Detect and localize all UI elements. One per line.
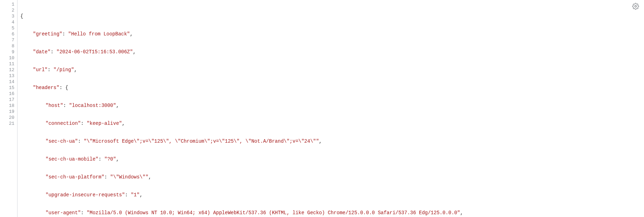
line-number: 15	[0, 85, 17, 91]
gear-icon[interactable]	[632, 3, 639, 10]
code-line: "connection": "keep-alive",	[20, 121, 644, 127]
svg-point-0	[635, 6, 637, 7]
code-line: "sec-ch-ua-mobile": "?0",	[20, 156, 644, 162]
line-number: 20	[0, 115, 17, 121]
code-line: "sec-ch-ua-platform": "\"Windows\"",	[20, 174, 644, 180]
line-number: 14	[0, 79, 17, 85]
line-number: 9	[0, 49, 17, 55]
line-number: 12	[0, 67, 17, 73]
line-number: 17	[0, 97, 17, 103]
line-number: 18	[0, 103, 17, 109]
line-number: 16	[0, 91, 17, 97]
line-number-gutter: 1 2 3 4 5 6 7 8 9 10 11 12 13 14 15 16 1…	[0, 0, 18, 217]
code-line: "greeting": "Hello from LoopBack",	[20, 31, 644, 37]
line-number: 1	[0, 1, 17, 7]
code-view[interactable]: { "greeting": "Hello from LoopBack", "da…	[20, 1, 644, 217]
line-number: 19	[0, 109, 17, 115]
line-number: 10	[0, 55, 17, 61]
code-line: "user-agent": "Mozilla/5.0 (Windows NT 1…	[20, 210, 644, 216]
line-number: 6	[0, 31, 17, 37]
line-number: 11	[0, 61, 17, 67]
line-number: 8	[0, 43, 17, 49]
code-line: {	[20, 13, 644, 19]
code-line: "headers": {	[20, 85, 644, 91]
code-line: "host": "localhost:3000",	[20, 103, 644, 109]
line-number: 3	[0, 13, 17, 19]
line-number: 21	[0, 121, 17, 127]
code-line: "url": "/ping",	[20, 67, 644, 73]
code-line: "sec-ch-ua": "\"Microsoft Edge\";v=\"125…	[20, 138, 644, 144]
line-number: 13	[0, 73, 17, 79]
code-line: "upgrade-insecure-requests": "1",	[20, 192, 644, 198]
line-number: 2	[0, 7, 17, 13]
line-number: 7	[0, 37, 17, 43]
line-number: 4	[0, 19, 17, 25]
line-number: 5	[0, 25, 17, 31]
code-line: "date": "2024-06-02T15:16:53.006Z",	[20, 49, 644, 55]
